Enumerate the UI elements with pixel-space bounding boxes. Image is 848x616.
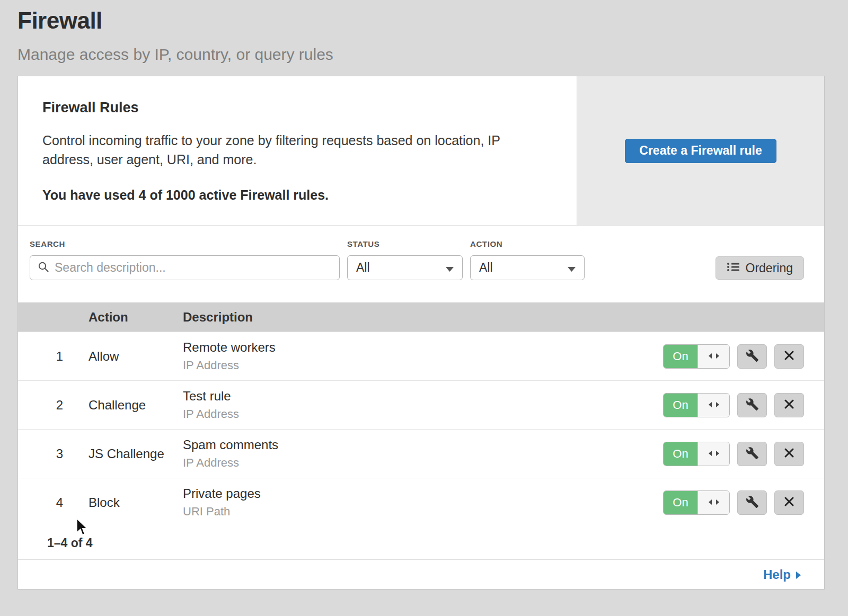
delete-rule-button[interactable] [774, 490, 804, 515]
chevron-down-icon [446, 261, 454, 275]
delete-rule-button[interactable] [774, 442, 804, 466]
filters-bar: SEARCH STATUS All ACTION [18, 226, 824, 302]
page-subtitle: Manage access by IP, country, or query r… [17, 46, 848, 64]
firewall-page: Firewall Manage access by IP, country, o… [0, 0, 848, 616]
help-link[interactable]: Help [763, 567, 801, 582]
action-column-header: Action [89, 310, 183, 325]
rule-description-cell: Remote workers IP Address [183, 340, 663, 372]
wrench-icon [746, 495, 759, 510]
row-number: 2 [18, 398, 89, 413]
chevron-down-icon [568, 261, 576, 275]
edit-rule-button[interactable] [737, 344, 767, 369]
rule-controls: On [663, 442, 824, 466]
left-right-arrows-icon [708, 498, 720, 507]
rule-description: Spam comments [183, 438, 663, 452]
left-right-arrows-icon [708, 400, 720, 410]
table-row: 1 Allow Remote workers IP Address On [18, 332, 824, 380]
close-icon [784, 399, 794, 411]
edit-rule-button[interactable] [737, 393, 767, 417]
rule-enabled-toggle[interactable]: On [663, 393, 730, 417]
description-column-header: Description [183, 310, 824, 325]
left-right-arrows-icon [708, 449, 720, 459]
toggle-on-label: On [664, 442, 697, 466]
left-right-arrows-icon [708, 352, 720, 361]
firewall-panel: Firewall Rules Control incoming traffic … [17, 76, 825, 590]
search-input[interactable] [55, 261, 332, 275]
wrench-icon [746, 349, 759, 364]
create-firewall-rule-button[interactable]: Create a Firewall rule [625, 139, 776, 163]
action-filter: ACTION All [470, 239, 585, 302]
ordering-list-icon [727, 261, 739, 275]
delete-rule-button[interactable] [774, 344, 804, 369]
search-label: SEARCH [30, 239, 340, 248]
rule-controls: On [663, 344, 824, 369]
rule-description: Remote workers [183, 340, 663, 355]
row-number: 1 [18, 349, 89, 364]
toggle-handle[interactable] [697, 491, 729, 514]
rule-enabled-toggle[interactable]: On [663, 442, 730, 466]
table-header: Action Description [18, 302, 824, 332]
toggle-on-label: On [664, 491, 697, 514]
close-icon [784, 350, 794, 362]
rule-match-type: IP Address [183, 407, 663, 421]
action-label: ACTION [470, 239, 585, 248]
delete-rule-button[interactable] [774, 393, 804, 417]
close-icon [784, 496, 794, 508]
table-row: 2 Challenge Test rule IP Address On [18, 380, 824, 429]
rule-action-label: JS Challenge [89, 447, 183, 461]
edit-rule-button[interactable] [737, 442, 767, 466]
rule-description: Test rule [183, 389, 663, 404]
rule-description-cell: Test rule IP Address [183, 389, 663, 421]
row-number: 4 [18, 495, 89, 510]
ordering-label: Ordering [746, 261, 793, 275]
wrench-icon [746, 447, 759, 461]
status-label: STATUS [347, 239, 463, 248]
arrow-right-icon [796, 567, 801, 582]
rule-match-type: URI Path [183, 505, 663, 519]
status-selected-value: All [356, 261, 370, 275]
section-description: Control incoming traffic to your zone by… [42, 131, 550, 169]
row-number: 3 [18, 447, 89, 461]
intro-action-area: Create a Firewall rule [577, 76, 824, 225]
status-select[interactable]: All [347, 255, 463, 280]
toggle-on-label: On [664, 394, 697, 417]
edit-rule-button[interactable] [737, 490, 767, 515]
close-icon [784, 448, 794, 460]
search-box [30, 255, 340, 280]
rule-action-label: Block [89, 495, 183, 510]
action-select[interactable]: All [470, 255, 585, 280]
page-title: Firewall [17, 7, 848, 34]
status-filter: STATUS All [347, 239, 463, 302]
search-filter: SEARCH [30, 239, 340, 302]
help-label: Help [763, 567, 791, 582]
wrench-icon [746, 398, 759, 413]
rule-description: Private pages [183, 486, 663, 501]
rule-action-label: Challenge [89, 398, 183, 413]
rule-controls: On [663, 490, 824, 515]
toggle-handle[interactable] [697, 394, 729, 417]
page-header: Firewall Manage access by IP, country, o… [0, 0, 848, 64]
rule-enabled-toggle[interactable]: On [663, 490, 730, 515]
section-heading: Firewall Rules [42, 100, 550, 116]
rule-action-label: Allow [89, 349, 183, 364]
search-icon [38, 261, 49, 275]
intro-section: Firewall Rules Control incoming traffic … [18, 76, 824, 226]
pagination: 1–4 of 4 [18, 526, 824, 559]
ordering-button[interactable]: Ordering [716, 256, 804, 280]
pagination-text: 1–4 of 4 [47, 536, 93, 550]
rule-match-type: IP Address [183, 359, 663, 372]
usage-summary: You have used 4 of 1000 active Firewall … [42, 188, 550, 203]
toggle-handle[interactable] [697, 442, 729, 466]
table-row: 3 JS Challenge Spam comments IP Address … [18, 429, 824, 478]
toggle-on-label: On [664, 345, 697, 368]
rule-description-cell: Spam comments IP Address [183, 438, 663, 470]
toggle-handle[interactable] [697, 345, 729, 368]
rule-match-type: IP Address [183, 456, 663, 470]
rule-enabled-toggle[interactable]: On [663, 344, 730, 369]
table-row: 4 Block Private pages URI Path On [18, 478, 824, 526]
rule-description-cell: Private pages URI Path [183, 486, 663, 519]
panel-footer: Help [18, 559, 824, 589]
rule-controls: On [663, 393, 824, 417]
action-selected-value: All [479, 261, 493, 275]
intro-text-block: Firewall Rules Control incoming traffic … [18, 76, 577, 225]
